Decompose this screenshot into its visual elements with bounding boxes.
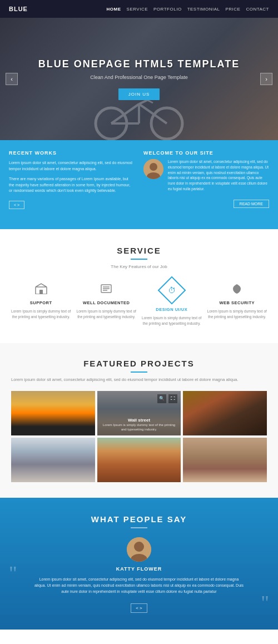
svg-point-10	[150, 163, 157, 171]
recent-works-para2: There are many variations of passages of…	[9, 176, 135, 194]
read-more-button[interactable]: READ MORE	[234, 200, 269, 208]
welcome-text: Lorem ipsum dolor sit amet, consectetur …	[168, 159, 269, 192]
project-title-2: Wall street	[101, 418, 178, 423]
quote-right-icon: "	[261, 593, 269, 613]
nav-service[interactable]: SERVICE	[127, 7, 148, 12]
service-design: ⏱ DESIGN UI/UX Lorem Ipsum is simply dum…	[142, 280, 202, 326]
testimonial-divider	[131, 527, 147, 528]
service-subtitle: The Key Features of our Job	[11, 264, 267, 269]
avatar	[143, 159, 163, 179]
navbar: BLUE HOME SERVICE PORTFOLIO TESTIMONIAL …	[0, 0, 278, 18]
support-icon	[35, 280, 47, 297]
testimonial-nav-button[interactable]: < >	[131, 603, 147, 613]
svg-line-6	[139, 100, 147, 104]
recent-works-para1: Lorem ipsum dolor sit amet, consectetur …	[9, 160, 135, 172]
welcome-top: Lorem ipsum dolor sit amet, consectetur …	[143, 159, 269, 192]
service-section: SERVICE The Key Features of our Job SUPP…	[0, 229, 278, 343]
service-divider	[131, 259, 147, 260]
testimonial-name: KATTY FLOWER	[11, 566, 267, 572]
recent-works-heading: RECENT WORKS	[9, 150, 135, 156]
project-item-3[interactable]	[183, 391, 267, 435]
testimonial-nav: < >	[11, 603, 267, 613]
featured-title: FEATURED PROJECTS	[11, 359, 267, 368]
testimonial-title: WHAT PEOPLE SAY	[11, 514, 267, 524]
featured-divider	[131, 371, 147, 373]
hero-subtitle: Clean And Professional One Page Template	[38, 75, 240, 80]
hero-section: BLUE ONEPAGE HTML5 TEMPLATE Clean And Pr…	[0, 18, 278, 140]
nav-logo: BLUE	[9, 6, 28, 12]
support-desc: Lorem Ipsum is simply dummy text of the …	[11, 309, 71, 320]
project-desc-2: Lorem Ipsum is simply dummy text of the …	[101, 423, 178, 432]
design-name: DESIGN UI/UX	[156, 307, 187, 312]
nav-home[interactable]: HOME	[107, 7, 121, 12]
service-support: SUPPORT Lorem Ipsum is simply dummy text…	[11, 280, 71, 326]
testimonial-avatar	[127, 537, 151, 562]
info-section: RECENT WORKS Lorem ipsum dolor sit amet,…	[0, 140, 278, 229]
hero-next-button[interactable]: ›	[260, 73, 272, 85]
projects-grid: 🔍 ⛶ Wall street Lorem Ipsum is simply du…	[11, 391, 267, 482]
welcome-block: WELCOME TO OUR SITE Lorem ipsum dolor si…	[143, 150, 269, 219]
featured-section: FEATURED PROJECTS Lorem ipsum dolor sit …	[0, 343, 278, 498]
nav-contact[interactable]: CONTACT	[246, 7, 269, 12]
welcome-heading: WELCOME TO OUR SITE	[143, 150, 269, 156]
security-name: WEB SECURITY	[219, 300, 255, 305]
project-item-5[interactable]	[97, 438, 181, 482]
recent-works-block: RECENT WORKS Lorem ipsum dolor sit amet,…	[9, 150, 135, 219]
project-item-2[interactable]: 🔍 ⛶ Wall street Lorem Ipsum is simply du…	[97, 391, 181, 435]
documented-icon	[100, 280, 112, 297]
project-icons-2: 🔍 ⛶	[157, 394, 177, 403]
documented-desc: Lorem Ipsum is simply dummy text of the …	[77, 309, 137, 320]
project-overlay-2: 🔍 ⛶ Wall street Lorem Ipsum is simply du…	[97, 391, 181, 435]
quote-left-icon: "	[9, 563, 17, 583]
project-item-4[interactable]	[11, 438, 95, 482]
security-desc: Lorem Ipsum is simply dummy text of the …	[207, 309, 267, 320]
svg-line-7	[147, 100, 153, 103]
support-name: SUPPORT	[30, 300, 52, 305]
featured-description: Lorem ipsum dolor sit amet, consectetur …	[11, 377, 267, 382]
nav-price[interactable]: PRICE	[225, 7, 240, 12]
testimonial-section: " WHAT PEOPLE SAY KATTY FLOWER Lorem ips…	[0, 498, 278, 630]
recent-works-nav-button[interactable]: < >	[9, 201, 24, 209]
documented-name: WELL DOCUMENTED	[83, 300, 130, 305]
project-item-1[interactable]	[11, 391, 95, 435]
service-documented: WELL DOCUMENTED Lorem Ipsum is simply du…	[77, 280, 137, 326]
project-link-icon[interactable]: ⛶	[168, 394, 177, 403]
svg-point-19	[134, 542, 144, 552]
testimonial-text: Lorem ipsum dolor sit amet, consectetur …	[33, 576, 245, 595]
project-item-6[interactable]	[183, 438, 267, 482]
services-grid: SUPPORT Lorem Ipsum is simply dummy text…	[11, 280, 267, 326]
nav-portfolio[interactable]: PORTFOLIO	[153, 7, 182, 12]
security-icon	[231, 280, 242, 297]
hero-prev-button[interactable]: ‹	[6, 73, 18, 85]
svg-rect-13	[39, 290, 43, 294]
hero-content: BLUE ONEPAGE HTML5 TEMPLATE Clean And Pr…	[38, 58, 240, 100]
nav-links: HOME SERVICE PORTFOLIO TESTIMONIAL PRICE…	[107, 7, 269, 12]
service-title: SERVICE	[11, 246, 267, 255]
project-search-icon[interactable]: 🔍	[157, 394, 166, 403]
hero-title: BLUE ONEPAGE HTML5 TEMPLATE	[38, 58, 240, 70]
service-security: WEB SECURITY Lorem Ipsum is simply dummy…	[207, 280, 267, 326]
design-desc: Lorem Ipsum is simply dummy text of the …	[142, 315, 202, 326]
nav-testimonial[interactable]: TESTIMONIAL	[187, 7, 220, 12]
hero-cta-button[interactable]: JOIN US	[118, 88, 160, 100]
